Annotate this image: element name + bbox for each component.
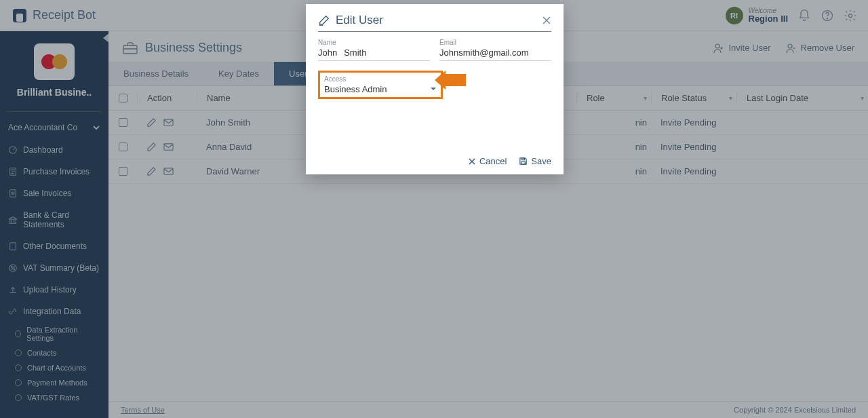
- last-name: Smith: [344, 48, 366, 58]
- svg-rect-17: [522, 158, 525, 160]
- callout-arrow-icon: [435, 71, 466, 90]
- close-icon[interactable]: [542, 16, 551, 25]
- access-value: Business Admin: [324, 84, 387, 94]
- access-select[interactable]: Access Business Admin: [318, 71, 443, 99]
- name-field[interactable]: Name John Smith: [318, 39, 430, 61]
- modal-title: Edit User: [336, 14, 383, 27]
- first-name: John: [318, 48, 337, 58]
- email-field[interactable]: Email Johnsmith@gmail.com: [439, 39, 551, 61]
- pencil-icon: [318, 14, 330, 26]
- cancel-button[interactable]: Cancel: [468, 156, 507, 166]
- floppy-icon: [519, 157, 528, 166]
- x-icon: [468, 157, 476, 166]
- save-button[interactable]: Save: [519, 156, 551, 166]
- svg-rect-16: [521, 162, 526, 164]
- email-value: Johnsmith@gmail.com: [439, 48, 551, 58]
